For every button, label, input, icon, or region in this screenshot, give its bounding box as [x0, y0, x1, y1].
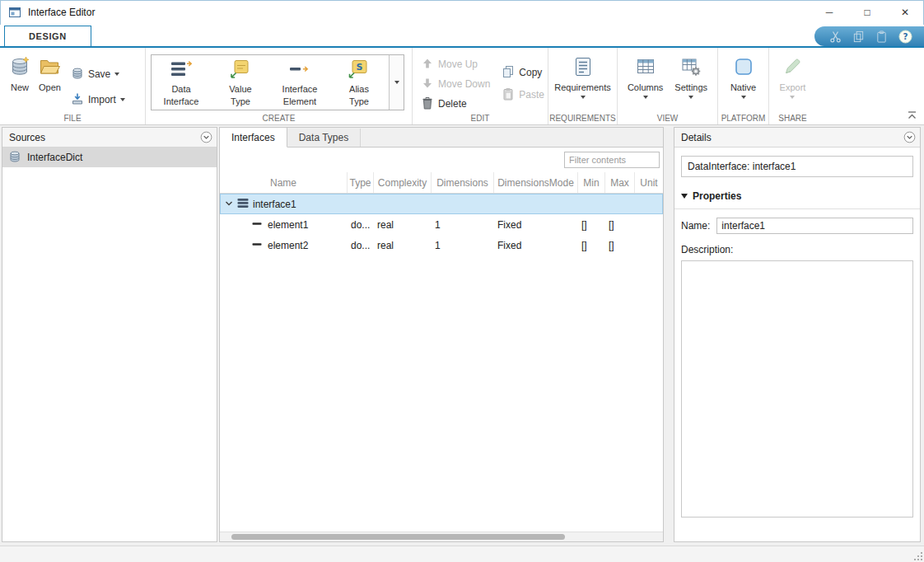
cell-dimensions: 1 [432, 235, 494, 255]
value-type-label-2: Type [231, 96, 250, 107]
sources-list: InterfaceDict [2, 148, 217, 541]
paste-label: Paste [519, 89, 544, 101]
row-name-label: element1 [268, 219, 308, 231]
close-button[interactable]: ✕ [886, 0, 924, 25]
ribbon-section-view: Columns Settings VIEW [617, 48, 717, 124]
gallery-caret-icon [394, 81, 399, 84]
maximize-button[interactable]: □ [848, 0, 886, 25]
columns-button[interactable]: Columns [623, 54, 667, 101]
tab-data-types[interactable]: Data Types [287, 129, 361, 147]
tab-design[interactable]: DESIGN [4, 26, 91, 46]
create-gallery-dropdown[interactable] [389, 55, 404, 110]
element-dash-icon [252, 239, 262, 252]
collapse-triangle-icon [681, 194, 688, 199]
name-input[interactable] [716, 218, 913, 234]
cell-dimensionsmode: Fixed [494, 214, 578, 235]
help-icon[interactable]: ? [898, 30, 912, 44]
details-panel: Details DataInterface: interface1 Proper… [674, 127, 921, 542]
interface-element-icon [287, 59, 312, 82]
horizontal-scrollbar[interactable] [220, 532, 663, 541]
properties-section-header[interactable]: Properties [674, 189, 920, 209]
cell-name: interface1 [220, 194, 348, 214]
column-header-dimensionsmode: DimensionsMode [494, 172, 578, 193]
name-field-row: Name: [681, 218, 913, 234]
ribbon-section-create: Data Interface Value Type [145, 48, 412, 124]
interface-element-button[interactable]: Interface Element [270, 55, 329, 110]
new-button[interactable]: New [5, 54, 35, 95]
cell-dimensionsmode: Fixed [494, 235, 578, 255]
details-panel-header: Details [674, 128, 920, 148]
collapse-ribbon-icon[interactable] [907, 110, 917, 119]
filter-contents-input[interactable] [564, 152, 660, 168]
description-field-label: Description: [681, 244, 913, 255]
copy-label: Copy [519, 67, 542, 78]
paste-icon[interactable] [875, 30, 888, 43]
edit-column-1: Move Up Move Down [421, 55, 490, 113]
table-row-element2[interactable]: element2 do... real 1 Fixed [] [] [220, 235, 663, 255]
requirements-button[interactable]: Requirements [550, 54, 614, 101]
table-row-element1[interactable]: element1 do... real 1 Fixed [] [] [220, 214, 663, 235]
ribbon-section-share: Export SHARE [768, 48, 816, 124]
editor-tabs: Interfaces Data Types [220, 128, 663, 148]
import-button-label: Import [88, 94, 116, 105]
export-button[interactable]: Export [776, 54, 810, 101]
data-interface-icon [169, 59, 194, 82]
move-down-button[interactable]: Move Down [421, 75, 490, 93]
paste-button[interactable]: Paste [502, 86, 544, 104]
sources-collapse-icon[interactable] [200, 131, 212, 143]
resize-grip[interactable] [913, 551, 923, 561]
value-type-button[interactable]: Value Type [211, 55, 270, 110]
details-body: DataInterface: interface1 Properties Nam… [674, 148, 920, 541]
table-row-interface1[interactable]: interface1 [220, 194, 663, 214]
section-label-share: SHARE [769, 114, 816, 123]
cell-type [348, 194, 374, 214]
settings-button[interactable]: Settings [670, 54, 712, 101]
native-button[interactable]: Native [726, 54, 760, 101]
alias-type-label-2: Type [349, 96, 369, 107]
expand-chevron-icon[interactable] [225, 199, 233, 210]
copy-button[interactable]: Copy [502, 63, 544, 82]
edit-column-2: Copy Paste [502, 63, 544, 104]
value-type-icon [229, 59, 252, 82]
import-dropdown-caret-icon [120, 98, 125, 101]
copy-icon[interactable] [852, 30, 865, 43]
import-button[interactable]: Import [71, 91, 125, 109]
cut-icon[interactable] [829, 30, 842, 43]
requirements-label: Requirements [554, 82, 610, 93]
save-button[interactable]: Save [71, 65, 125, 83]
cell-complexity [374, 194, 432, 214]
columns-caret-icon [643, 96, 648, 99]
details-collapse-icon[interactable] [903, 131, 916, 143]
columns-table-icon [635, 56, 656, 80]
source-item-interfacedict[interactable]: InterfaceDict [2, 148, 217, 167]
description-textarea[interactable] [681, 260, 913, 518]
move-up-label: Move Up [438, 59, 478, 70]
alias-type-button[interactable]: S Alias Type [329, 55, 389, 110]
data-interface-button[interactable]: Data Interface [152, 55, 211, 110]
requirements-icon [572, 56, 594, 80]
save-icon [71, 67, 84, 82]
minimize-button[interactable]: ─ [810, 0, 848, 25]
tab-interfaces[interactable]: Interfaces [220, 128, 287, 148]
move-up-button[interactable]: Move Up [421, 55, 490, 73]
columns-label: Columns [628, 82, 663, 93]
scrollbar-thumb[interactable] [231, 534, 565, 540]
cell-dimensions: 1 [432, 214, 494, 235]
cell-type: do... [348, 214, 374, 235]
requirements-caret-icon [581, 96, 586, 99]
cell-max [605, 194, 635, 214]
svg-text:S: S [357, 62, 363, 73]
open-button[interactable]: Open [35, 54, 65, 95]
ribbon-section-requirements: Requirements REQUIREMENTS [548, 48, 617, 124]
copy-pages-icon [502, 65, 515, 81]
cell-type: do... [348, 235, 374, 255]
delete-button[interactable]: Delete [421, 95, 490, 113]
alias-type-icon: S [348, 59, 371, 82]
sources-title: Sources [9, 132, 200, 143]
move-down-icon [421, 77, 434, 92]
new-button-label: New [11, 82, 29, 93]
column-header-complexity: Complexity [374, 172, 432, 193]
open-folder-icon [39, 56, 60, 80]
selection-summary: DataInterface: interface1 [681, 156, 913, 177]
cell-max: [] [605, 235, 635, 255]
